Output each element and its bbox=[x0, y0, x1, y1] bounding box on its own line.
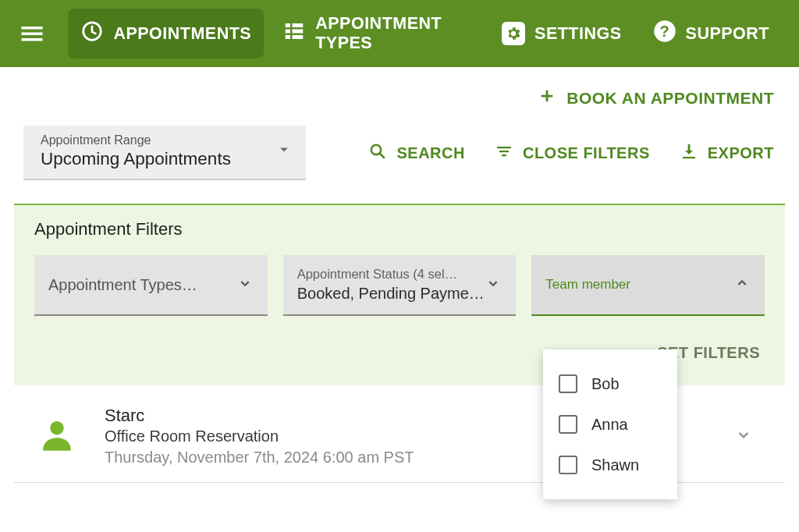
download-icon bbox=[680, 142, 698, 165]
team-option-anna[interactable]: Anna bbox=[543, 404, 677, 445]
list-icon bbox=[282, 20, 306, 48]
book-appointment-button[interactable]: BOOK AN APPOINTMENT bbox=[538, 87, 774, 108]
team-option-label: Bob bbox=[591, 375, 620, 393]
chevron-down-icon bbox=[485, 275, 502, 295]
range-label: Appointment Range bbox=[41, 133, 231, 147]
chevron-down-icon bbox=[276, 142, 292, 161]
svg-rect-4 bbox=[293, 30, 304, 34]
svg-point-10 bbox=[50, 421, 64, 435]
filter-team-label: Team member bbox=[545, 277, 630, 293]
nav-settings[interactable]: SETTINGS bbox=[489, 11, 634, 56]
search-label: SEARCH bbox=[396, 144, 464, 162]
plus-icon bbox=[538, 87, 556, 108]
checkbox-icon[interactable] bbox=[559, 415, 577, 434]
book-label: BOOK AN APPOINTMENT bbox=[566, 89, 774, 108]
checkbox-icon[interactable] bbox=[559, 456, 577, 474]
book-row: BOOK AN APPOINTMENT bbox=[0, 67, 799, 108]
svg-rect-5 bbox=[286, 35, 290, 39]
filter-icon bbox=[495, 142, 513, 165]
export-button[interactable]: EXPORT bbox=[680, 142, 774, 165]
team-member-dropdown: Bob Anna Shawn bbox=[543, 349, 677, 499]
checkbox-icon[interactable] bbox=[559, 374, 577, 393]
export-label: EXPORT bbox=[708, 144, 774, 162]
menu-icon[interactable] bbox=[17, 16, 46, 51]
person-icon bbox=[37, 415, 76, 457]
team-option-label: Shawn bbox=[591, 456, 639, 474]
clock-icon bbox=[80, 20, 104, 48]
filter-types-label: Appointment Types… bbox=[48, 276, 197, 294]
nav-label: APPOINTMENT TYPES bbox=[315, 14, 471, 53]
close-filters-label: CLOSE FILTERS bbox=[523, 144, 650, 162]
search-icon bbox=[368, 142, 387, 165]
close-filters-button[interactable]: CLOSE FILTERS bbox=[495, 142, 650, 165]
range-value: Upcoming Appointments bbox=[41, 149, 231, 169]
help-icon: ? bbox=[653, 20, 676, 48]
team-option-label: Anna bbox=[591, 416, 628, 434]
nav-appointment-types[interactable]: APPOINTMENT TYPES bbox=[270, 3, 483, 64]
chevron-up-icon bbox=[733, 275, 751, 295]
svg-rect-2 bbox=[293, 23, 304, 27]
nav-label: SETTINGS bbox=[534, 24, 622, 44]
nav-appointments[interactable]: APPOINTMENTS bbox=[68, 9, 264, 59]
search-button[interactable]: SEARCH bbox=[368, 142, 464, 165]
filter-appointment-status[interactable]: Appointment Status (4 sel… Booked, Pendi… bbox=[283, 255, 517, 316]
nav-support[interactable]: ? SUPPORT bbox=[641, 9, 782, 59]
controls-row: Appointment Range Upcoming Appointments … bbox=[0, 108, 799, 190]
appointment-range-select[interactable]: Appointment Range Upcoming Appointments bbox=[23, 126, 306, 180]
actions-group: SEARCH CLOSE FILTERS EXPORT bbox=[368, 142, 774, 165]
svg-rect-1 bbox=[286, 23, 290, 27]
team-option-shawn[interactable]: Shawn bbox=[543, 445, 677, 485]
svg-rect-6 bbox=[293, 35, 304, 39]
chevron-down-icon[interactable] bbox=[733, 424, 754, 448]
appointment-list: Starc Office Room Reservation Thursday, … bbox=[0, 385, 799, 483]
filter-status-value: Booked, Pending Payme… bbox=[297, 285, 485, 303]
filter-appointment-types[interactable]: Appointment Types… bbox=[34, 255, 268, 316]
chevron-down-icon bbox=[236, 275, 254, 295]
nav-label: SUPPORT bbox=[686, 24, 769, 44]
filter-status-label: Appointment Status (4 sel… bbox=[297, 267, 485, 282]
team-option-bob[interactable]: Bob bbox=[543, 364, 677, 404]
top-nav: APPOINTMENTS APPOINTMENT TYPES SETTINGS … bbox=[0, 0, 799, 67]
nav-label: APPOINTMENTS bbox=[113, 24, 251, 44]
gear-icon bbox=[502, 22, 525, 45]
svg-text:?: ? bbox=[659, 23, 669, 40]
svg-rect-3 bbox=[286, 30, 290, 34]
filter-team-member[interactable]: Team member bbox=[531, 255, 765, 316]
filter-title: Appointment Filters bbox=[34, 219, 765, 239]
